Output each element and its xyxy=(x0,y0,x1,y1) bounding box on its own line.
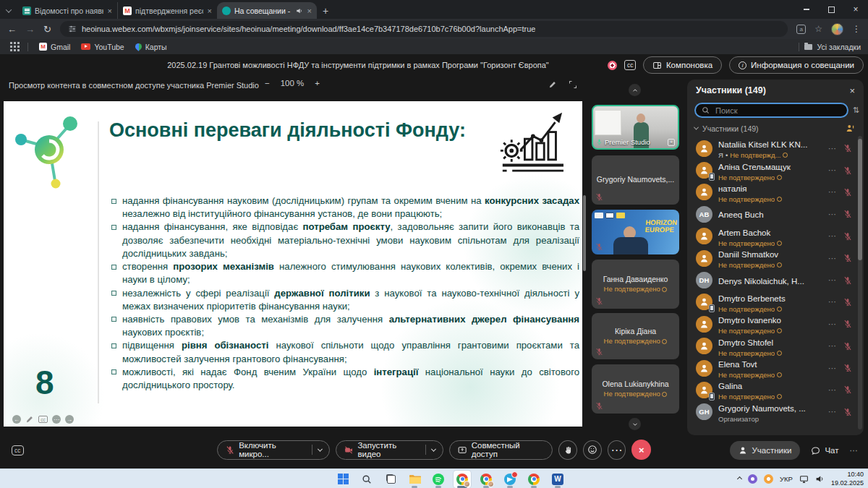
video-tile[interactable]: Grygoriy Naumovets,... xyxy=(592,155,679,205)
viber-tray-icon[interactable] xyxy=(748,474,757,484)
participants-section-header[interactable]: Участники (149) xyxy=(687,121,864,134)
chevron-down-icon[interactable] xyxy=(317,446,322,451)
apps-grid-icon[interactable] xyxy=(10,46,12,48)
close-panel-icon[interactable]: × xyxy=(849,85,855,96)
start-video-button[interactable]: Запустить видео xyxy=(336,440,443,460)
more-options-icon[interactable]: ⋯ xyxy=(52,415,61,424)
task-view-button[interactable] xyxy=(382,471,399,488)
all-bookmarks[interactable]: Усі закладки xyxy=(799,43,861,51)
site-settings-icon[interactable] xyxy=(68,25,77,33)
tab-close-icon[interactable]: × xyxy=(207,7,212,15)
row-more-icon[interactable]: ⋯ xyxy=(828,187,836,197)
url-omnibox[interactable]: heoinua.webex.com/wbxmjs/joinservice/sit… xyxy=(60,21,788,37)
participant-row[interactable]: Nataliia Kitsel KLK KN... Я•Не подтвержд… xyxy=(687,137,856,159)
row-more-icon[interactable]: ⋯ xyxy=(828,364,836,373)
participant-row[interactable]: Elena Tovt Не подтверждено ⋯ xyxy=(687,357,856,379)
network-icon[interactable] xyxy=(799,474,809,484)
row-more-icon[interactable]: ⋯ xyxy=(828,407,836,416)
participants-search-box[interactable] xyxy=(694,103,848,118)
participant-row-organizer[interactable]: GH Grygoriy Naumovets, ... Организатор ⋯ xyxy=(687,401,856,423)
bookmark-youtube[interactable]: YouTube xyxy=(81,43,124,51)
bookmark-gmail[interactable]: M Gmail xyxy=(39,43,70,51)
taskbar-search-button[interactable] xyxy=(358,471,375,488)
participant-row[interactable]: DH Denys Nikolaichuk, H... ⋯ xyxy=(687,269,856,291)
row-more-icon[interactable]: ⋯ xyxy=(828,341,836,351)
tray-expand-icon[interactable] xyxy=(737,476,742,481)
caption-chat-icon[interactable]: cc xyxy=(12,445,24,455)
content-scrollbar[interactable] xyxy=(583,195,586,271)
annotate-pen-icon[interactable] xyxy=(548,80,557,89)
row-more-icon[interactable]: ⋯ xyxy=(828,385,836,395)
refresh-button[interactable]: ↻ xyxy=(43,24,51,35)
video-tile[interactable]: Кіріка Діана Не подтверждено xyxy=(592,313,679,359)
participant-row[interactable]: Dmytro Berbenets Не подтверждено ⋯ xyxy=(687,291,856,313)
forward-button[interactable]: → xyxy=(25,24,35,35)
participant-row[interactable]: Artem Bachok Не подтверждено ⋯ xyxy=(687,226,856,247)
start-button[interactable] xyxy=(334,471,352,488)
participant-row[interactable]: наталія Не подтверждено ⋯ xyxy=(687,181,856,203)
browser-tab-1[interactable]: Відомості про наявність пості × xyxy=(17,2,117,19)
captions-icon[interactable]: cc xyxy=(38,416,48,423)
participant-row[interactable]: Аліна Стельмащук Не подтверждено ⋯ xyxy=(687,159,856,181)
window-minimize-button[interactable] xyxy=(794,0,819,19)
new-tab-button[interactable]: + xyxy=(317,3,334,19)
chevron-down-icon[interactable] xyxy=(431,446,436,451)
layout-button[interactable]: Компоновка xyxy=(643,56,722,74)
video-tile[interactable]: Ганна Даваиденко Не подтверждено xyxy=(592,260,679,309)
row-more-icon[interactable]: ⋯ xyxy=(828,231,836,241)
language-indicator[interactable]: УКР xyxy=(780,475,793,483)
translate-icon[interactable]: a xyxy=(796,25,806,34)
profile-avatar[interactable] xyxy=(831,23,843,35)
spotify-button[interactable] xyxy=(430,471,447,488)
previous-slide-button[interactable]: ← xyxy=(12,415,21,424)
file-explorer-button[interactable] xyxy=(406,471,423,488)
pin-tile-icon[interactable]: + xyxy=(668,139,675,146)
next-slide-button[interactable]: → xyxy=(65,415,74,424)
filmstrip-scroll-up-button[interactable] xyxy=(629,84,641,96)
meeting-info-button[interactable]: i Информация о совещании xyxy=(729,56,864,74)
captions-icon[interactable]: cc xyxy=(624,60,636,69)
chrome-button[interactable] xyxy=(525,471,542,488)
clock[interactable]: 10:40 19.02.2025 xyxy=(831,471,864,487)
row-more-icon[interactable]: ⋯ xyxy=(828,254,836,263)
pen-icon[interactable] xyxy=(25,415,34,424)
filmstrip-scroll-down-button[interactable] xyxy=(629,418,641,430)
row-more-icon[interactable]: ⋯ xyxy=(828,297,836,307)
participant-row[interactable]: Galina Не подтверждено ⋯ xyxy=(687,379,856,401)
search-input[interactable] xyxy=(714,106,841,116)
zoom-in-button[interactable]: + xyxy=(315,79,320,87)
browser-tab-active-webex[interactable]: На совещании - Совещани × xyxy=(217,2,317,19)
video-tile[interactable]: Olena Lukianykhina Не подтверждено xyxy=(592,364,679,414)
tab-close-icon[interactable]: × xyxy=(107,7,112,15)
unmute-mic-button[interactable]: Включить микро... xyxy=(217,440,330,460)
more-options-button[interactable]: ⋯ xyxy=(608,440,626,460)
participant-row[interactable]: Dmytro Shtofel Не подтверждено ⋯ xyxy=(687,335,856,357)
telegram-button[interactable] xyxy=(501,471,519,488)
row-more-icon[interactable]: ⋯ xyxy=(828,275,836,285)
window-close-button[interactable]: × xyxy=(843,0,868,19)
more-panels-icon[interactable]: ⋯ xyxy=(850,445,859,455)
browser-tab-2[interactable]: M підтвердження реєстрації - kl × xyxy=(117,2,217,19)
expand-icon[interactable] xyxy=(569,80,577,89)
raise-hand-button[interactable] xyxy=(558,440,577,460)
tray-app-icon[interactable] xyxy=(764,474,773,484)
bookmark-star-icon[interactable]: ☆ xyxy=(814,24,822,34)
video-tile-premier-studio[interactable]: Premier Studio + xyxy=(592,105,679,150)
row-more-icon[interactable]: ⋯ xyxy=(828,320,836,329)
row-more-icon[interactable]: ⋯ xyxy=(828,144,836,153)
video-tile-horizon-europe[interactable]: HORIZONEUROPE xyxy=(592,210,679,254)
chrome-profile2-button[interactable] xyxy=(477,471,495,488)
zoom-out-button[interactable]: − xyxy=(265,79,270,87)
participant-row[interactable]: Daniil Shmatkov Не подтверждено ⋯ xyxy=(687,247,856,269)
share-content-button[interactable]: Совместный доступ xyxy=(449,440,553,460)
word-button[interactable]: W xyxy=(549,471,566,488)
back-button[interactable]: ← xyxy=(7,24,17,35)
row-more-icon[interactable]: ⋯ xyxy=(828,210,836,219)
row-more-icon[interactable]: ⋯ xyxy=(828,166,836,175)
sort-icon[interactable]: ⇅ xyxy=(853,106,859,115)
reactions-button[interactable] xyxy=(583,440,602,460)
leave-meeting-button[interactable]: × xyxy=(631,440,651,460)
bookmark-maps[interactable]: Карты xyxy=(135,43,167,51)
participants-toggle-button[interactable]: Участники xyxy=(730,441,800,460)
tab-search-button[interactable] xyxy=(0,3,17,19)
